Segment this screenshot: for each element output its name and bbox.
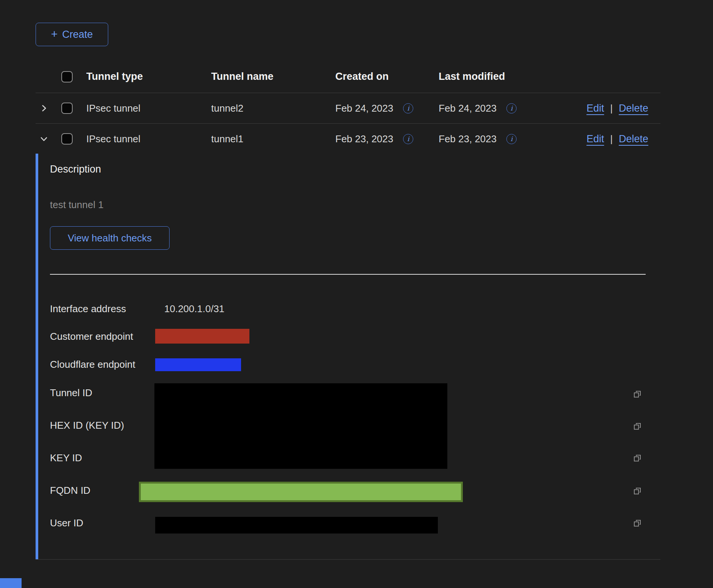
row-checkbox-tunnel1[interactable] (61, 133, 73, 145)
actions-separator: | (610, 103, 613, 114)
created-on-cell: Feb 24, 2023 i (335, 103, 439, 114)
cloudflare-endpoint-redacted-value (155, 358, 241, 371)
expanded-row-indicator-bar (36, 154, 38, 559)
column-header-tunnel-name: Tunnel name (211, 71, 335, 82)
created-on-date: Feb 24, 2023 (335, 103, 393, 114)
partial-blue-element (0, 578, 22, 588)
actions-separator: | (610, 133, 613, 145)
view-health-checks-button[interactable]: View health checks (50, 226, 170, 250)
column-header-created-on: Created on (335, 71, 439, 82)
row-checkbox-cell (61, 103, 86, 114)
header-checkbox-cell (61, 71, 86, 82)
plus-icon: + (51, 28, 58, 40)
tunnel-name-cell: tunnel2 (211, 103, 335, 114)
interface-address-value: 10.200.1.0/31 (164, 303, 224, 315)
tunnel-name-cell: tunnel1 (211, 133, 335, 145)
info-icon[interactable]: i (403, 134, 413, 144)
user-id-label: User ID (50, 517, 83, 529)
chevron-down-icon[interactable] (39, 134, 49, 144)
row-expander-cell (36, 134, 61, 144)
fqdn-id-label: FQDN ID (50, 485, 90, 496)
last-modified-cell: Feb 23, 2023 i (439, 133, 586, 145)
select-all-checkbox[interactable] (61, 71, 73, 82)
row-actions-cell: Edit | Delete (586, 103, 660, 114)
tunnels-table: Tunnel type Tunnel name Created on Last … (36, 61, 660, 154)
row-actions-cell: Edit | Delete (586, 133, 660, 145)
copy-icon (632, 486, 643, 496)
delete-link-tunnel2[interactable]: Delete (619, 103, 648, 114)
description-value: test tunnel 1 (50, 199, 104, 211)
tunnel-id-label: Tunnel ID (50, 387, 92, 399)
last-modified-date: Feb 24, 2023 (439, 103, 497, 114)
section-divider (50, 274, 646, 275)
customer-endpoint-redacted-value (155, 329, 249, 344)
row-expander-cell (36, 103, 61, 114)
tunnel-type-cell: IPsec tunnel (86, 133, 211, 145)
created-on-cell: Feb 23, 2023 i (335, 133, 439, 145)
info-icon[interactable]: i (403, 103, 413, 114)
copy-icon (632, 421, 643, 432)
row-checkbox-tunnel2[interactable] (61, 103, 73, 114)
key-id-label: KEY ID (50, 452, 82, 464)
edit-link-tunnel2[interactable]: Edit (587, 103, 604, 114)
edit-link-tunnel1[interactable]: Edit (587, 133, 604, 145)
customer-endpoint-label: Customer endpoint (50, 331, 133, 342)
copy-tunnel-id-button[interactable] (632, 389, 643, 400)
chevron-right-icon[interactable] (39, 103, 49, 114)
table-row-tunnel2: IPsec tunnel tunnel2 Feb 24, 2023 i Feb … (36, 93, 660, 124)
tunnel1-expanded-detail: Description test tunnel 1 View health ch… (36, 154, 660, 560)
tunnel-type-cell: IPsec tunnel (86, 103, 211, 114)
hex-id-label: HEX ID (KEY ID) (50, 420, 124, 431)
table-header-row: Tunnel type Tunnel name Created on Last … (36, 61, 660, 93)
copy-hex-id-button[interactable] (632, 421, 643, 432)
column-header-tunnel-type: Tunnel type (86, 71, 211, 82)
column-header-last-modified: Last modified (439, 71, 586, 82)
user-id-redacted-value (155, 517, 438, 534)
delete-link-tunnel1[interactable]: Delete (619, 133, 648, 145)
last-modified-cell: Feb 24, 2023 i (439, 103, 586, 114)
cloudflare-endpoint-label: Cloudflare endpoint (50, 359, 135, 370)
info-icon[interactable]: i (506, 134, 517, 144)
create-button[interactable]: + Create (36, 23, 108, 46)
table-row-tunnel1: IPsec tunnel tunnel1 Feb 23, 2023 i Feb … (36, 124, 660, 154)
tunnel-list-page: + Create Tunnel type Tunnel name Created… (0, 0, 713, 588)
copy-icon (632, 389, 643, 400)
description-label: Description (50, 163, 101, 175)
tunnel-hex-key-id-redacted-values (154, 383, 447, 469)
create-button-label: Create (62, 29, 93, 40)
copy-icon (632, 518, 643, 529)
row-checkbox-cell (61, 133, 86, 145)
copy-key-id-button[interactable] (632, 453, 643, 464)
fqdn-id-redacted-value (139, 482, 463, 502)
copy-fqdn-id-button[interactable] (632, 486, 643, 496)
copy-icon (632, 453, 643, 464)
copy-user-id-button[interactable] (632, 518, 643, 529)
info-icon[interactable]: i (506, 103, 517, 114)
interface-address-label: Interface address (50, 303, 126, 315)
last-modified-date: Feb 23, 2023 (439, 133, 497, 145)
created-on-date: Feb 23, 2023 (335, 133, 393, 145)
